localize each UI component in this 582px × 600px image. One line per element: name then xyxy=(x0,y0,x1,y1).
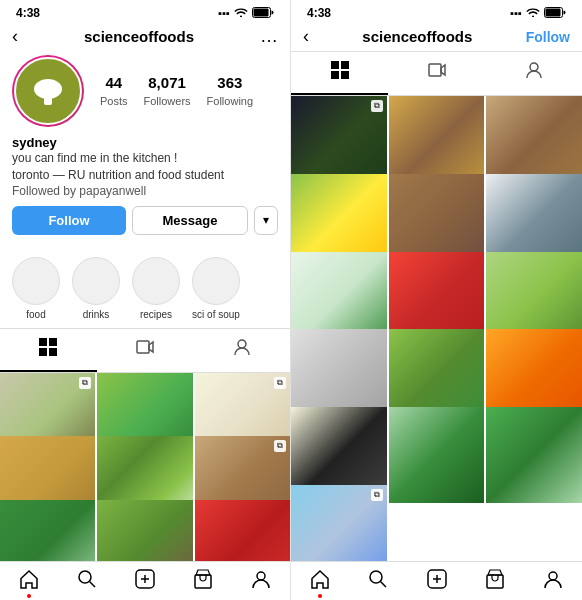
video-icon-left xyxy=(135,337,155,362)
highlight-food[interactable]: food xyxy=(12,257,60,320)
svg-rect-4 xyxy=(39,338,47,346)
username-right: scienceoffoods xyxy=(362,28,472,45)
multi-r15: ⧉ xyxy=(371,489,383,501)
status-icons-left: ▪▪▪ xyxy=(218,7,274,20)
stat-posts-value: 44 xyxy=(100,74,128,91)
bottom-nav-create-right[interactable] xyxy=(407,568,465,596)
highlights-row: food drinks recipes sci of soup xyxy=(0,253,290,328)
profile-section: 44 Posts 8,071 Followers 363 Following s… xyxy=(0,51,290,253)
bottom-nav-search-left[interactable] xyxy=(58,568,116,596)
grid-item-r14[interactable] xyxy=(486,407,582,503)
highlight-label-recipes: recipes xyxy=(140,309,172,320)
status-bar-left: 4:38 ▪▪▪ xyxy=(0,0,290,22)
svg-rect-19 xyxy=(331,61,339,69)
multi-r0: ⧉ xyxy=(371,100,383,112)
svg-rect-3 xyxy=(44,97,52,105)
bottom-nav-profile-right[interactable] xyxy=(524,568,582,596)
wifi-icon-right xyxy=(526,7,540,19)
nav-bar-left: ‹ scienceoffoods … xyxy=(0,22,290,51)
stat-following-value: 363 xyxy=(207,74,253,91)
right-phone: 4:38 ▪▪▪ ‹ scienceoffoods Follow xyxy=(291,0,582,600)
home-dot-right xyxy=(318,594,322,598)
bottom-nav-shop-right[interactable] xyxy=(466,568,524,596)
bottom-nav-home-right[interactable] xyxy=(291,568,349,596)
svg-point-10 xyxy=(79,571,91,583)
bottom-nav-home-left[interactable] xyxy=(0,568,58,596)
tab-grid-right[interactable] xyxy=(291,52,388,95)
signal-icon-right: ▪▪▪ xyxy=(510,7,522,19)
svg-point-2 xyxy=(34,79,62,99)
nav-bar-right: ‹ scienceoffoods Follow xyxy=(291,22,582,51)
grid-icon-right xyxy=(330,60,350,85)
svg-rect-6 xyxy=(39,348,47,356)
bottom-nav-create-left[interactable] xyxy=(116,568,174,596)
grid-item-8[interactable] xyxy=(195,500,290,561)
stat-followers: 8,071 Followers xyxy=(144,74,191,109)
multi-icon-2: ⧉ xyxy=(274,377,286,389)
profile-icon-left xyxy=(250,568,272,596)
svg-rect-18 xyxy=(546,8,561,16)
search-icon-right xyxy=(367,568,389,596)
highlight-label-drinks: drinks xyxy=(83,309,110,320)
grid-icon-left xyxy=(38,337,58,362)
bio-line2: toronto — RU nutrition and food student xyxy=(12,167,278,184)
highlight-circle-sci xyxy=(192,257,240,305)
svg-line-11 xyxy=(90,582,96,588)
follow-button-right[interactable]: Follow xyxy=(526,29,570,45)
shop-icon-left xyxy=(192,568,214,596)
grid-item-7[interactable] xyxy=(97,500,192,561)
photo-grid-left: ⧉ ⧉ ⧉ xyxy=(0,373,290,561)
follow-button[interactable]: Follow xyxy=(12,206,126,235)
home-icon-right xyxy=(309,568,331,596)
svg-point-25 xyxy=(370,571,382,583)
highlight-circle-recipes xyxy=(132,257,180,305)
left-phone: 4:38 ▪▪▪ ‹ scienceoffoods … xyxy=(0,0,291,600)
svg-rect-21 xyxy=(331,71,339,79)
svg-line-26 xyxy=(381,582,387,588)
bio-section: sydney you can find me in the kitchen ! … xyxy=(12,135,278,198)
highlight-recipes[interactable]: recipes xyxy=(132,257,180,320)
home-icon-left xyxy=(18,568,40,596)
back-button-left[interactable]: ‹ xyxy=(12,26,18,47)
profile-top: 44 Posts 8,071 Followers 363 Following xyxy=(12,55,278,127)
grid-item-r13[interactable] xyxy=(389,407,485,503)
person-icon-left xyxy=(232,337,252,362)
signal-icon-left: ▪▪▪ xyxy=(218,7,230,19)
action-buttons: Follow Message ▾ xyxy=(12,206,278,235)
tab-bar-left xyxy=(0,328,290,373)
svg-rect-5 xyxy=(49,338,57,346)
followed-by: Followed by papayanwell xyxy=(12,184,278,198)
bottom-nav-profile-left[interactable] xyxy=(232,568,290,596)
tab-video-left[interactable] xyxy=(97,329,194,372)
grid-item-r15[interactable]: ⧉ xyxy=(291,485,387,561)
highlight-sci-of-soup[interactable]: sci of soup xyxy=(192,257,240,320)
tab-tagged-right[interactable] xyxy=(485,52,582,95)
svg-rect-20 xyxy=(341,61,349,69)
create-icon-right xyxy=(426,568,448,596)
more-button-left[interactable]: … xyxy=(260,26,278,47)
stat-following: 363 Following xyxy=(207,74,253,109)
stats-container: 44 Posts 8,071 Followers 363 Following xyxy=(100,74,253,109)
bottom-nav-search-right[interactable] xyxy=(349,568,407,596)
svg-rect-23 xyxy=(429,64,441,76)
highlight-circle-food xyxy=(12,257,60,305)
profile-name: sydney xyxy=(12,135,278,150)
highlight-drinks[interactable]: drinks xyxy=(72,257,120,320)
bottom-nav-shop-left[interactable] xyxy=(174,568,232,596)
message-button[interactable]: Message xyxy=(132,206,248,235)
avatar-icon xyxy=(28,71,68,111)
create-icon-left xyxy=(134,568,156,596)
avatar-wrapper xyxy=(12,55,84,127)
tab-tagged-left[interactable] xyxy=(193,329,290,372)
tab-video-right[interactable] xyxy=(388,52,485,95)
bio-line1: you can find me in the kitchen ! xyxy=(12,150,278,167)
highlight-label-food: food xyxy=(26,309,45,320)
grid-item-6[interactable] xyxy=(0,500,95,561)
tab-grid-left[interactable] xyxy=(0,329,97,372)
shop-icon-right xyxy=(484,568,506,596)
svg-rect-7 xyxy=(49,348,57,356)
time-left: 4:38 xyxy=(16,6,40,20)
back-button-right[interactable]: ‹ xyxy=(303,26,309,47)
dropdown-button[interactable]: ▾ xyxy=(254,206,278,235)
svg-point-24 xyxy=(530,63,538,71)
